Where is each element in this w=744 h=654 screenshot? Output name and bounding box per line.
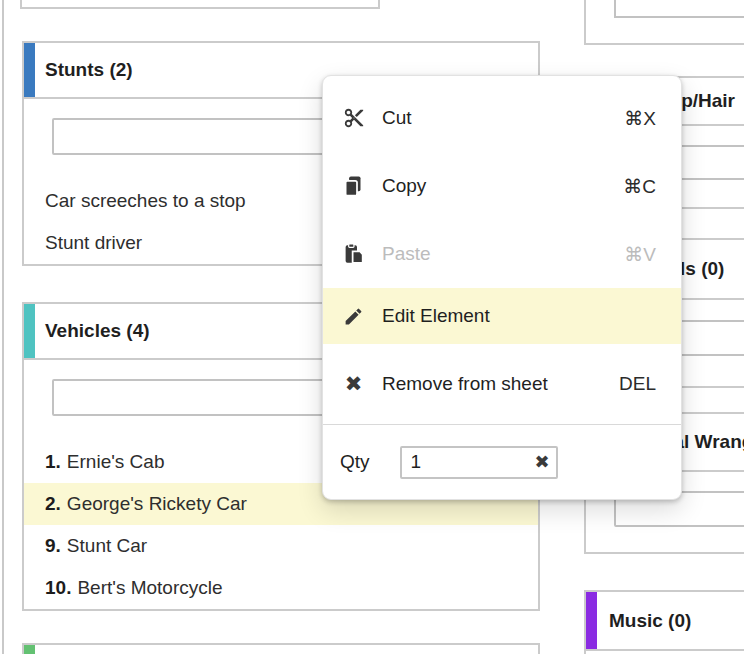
- element-label: Car screeches to a stop: [45, 190, 246, 211]
- category-color-bar: [24, 43, 35, 97]
- pencil-icon: [340, 306, 367, 327]
- menu-item-label: Copy: [382, 175, 611, 197]
- menu-item-label: Cut: [382, 107, 612, 129]
- quantity-row: Qty ✖: [323, 425, 681, 499]
- paste-icon: [340, 243, 367, 265]
- element-label: Ernie's Cab: [67, 451, 165, 472]
- menu-shortcut: ⌘C: [623, 175, 656, 198]
- breakdown-sheet: Stunts (2) Car screeches to a stop Stunt…: [0, 0, 744, 654]
- quantity-label: Qty: [340, 451, 370, 473]
- element-number: 9.: [45, 535, 61, 556]
- panel-title: Music (0): [586, 592, 744, 649]
- menu-item-remove-from-sheet[interactable]: ✖ Remove from sheet DEL: [323, 344, 681, 424]
- category-panel-music: Music (0): [584, 590, 744, 654]
- context-menu: Cut ⌘X Copy ⌘C Paste ⌘V Edit Element ✖: [322, 75, 682, 500]
- element-number: 2.: [45, 493, 61, 514]
- menu-shortcut: ⌘X: [624, 107, 656, 130]
- element-row[interactable]: 10.Bert's Motorcycle: [24, 567, 538, 609]
- category-color-bar: [24, 645, 35, 654]
- element-label: Stunt Car: [67, 535, 147, 556]
- menu-item-cut[interactable]: Cut ⌘X: [323, 84, 681, 152]
- panel-header: [24, 645, 538, 654]
- menu-item-copy[interactable]: Copy ⌘C: [323, 152, 681, 220]
- panel-partial-top-left: [20, 0, 380, 9]
- search-input-partial[interactable]: [614, 0, 744, 18]
- sheet-left-border: [2, 0, 4, 654]
- element-row[interactable]: 9.Stunt Car: [24, 525, 538, 567]
- panel-header: Music (0): [586, 592, 744, 651]
- element-label: George's Rickety Car: [67, 493, 247, 514]
- menu-item-edit-element[interactable]: Edit Element: [323, 288, 681, 344]
- menu-item-paste: Paste ⌘V: [323, 220, 681, 288]
- element-number: 1.: [45, 451, 61, 472]
- menu-shortcut: DEL: [619, 373, 656, 395]
- quantity-field: ✖: [400, 446, 558, 479]
- menu-shortcut: ⌘V: [624, 243, 656, 266]
- remove-x-icon: ✖: [340, 372, 367, 396]
- element-label: Stunt driver: [45, 232, 142, 253]
- category-color-bar: [586, 592, 597, 649]
- copy-icon: [340, 175, 367, 197]
- scissors-icon: [340, 107, 367, 129]
- menu-item-label: Edit Element: [382, 305, 644, 327]
- element-number: 10.: [45, 577, 71, 598]
- category-color-bar: [24, 304, 35, 358]
- element-label: Bert's Motorcycle: [77, 577, 222, 598]
- menu-item-label: Remove from sheet: [382, 373, 607, 395]
- quantity-input[interactable]: [402, 449, 521, 476]
- category-panel-partial-bottom: [22, 643, 540, 654]
- menu-item-label: Paste: [382, 243, 612, 265]
- clear-quantity-icon[interactable]: ✖: [534, 453, 549, 471]
